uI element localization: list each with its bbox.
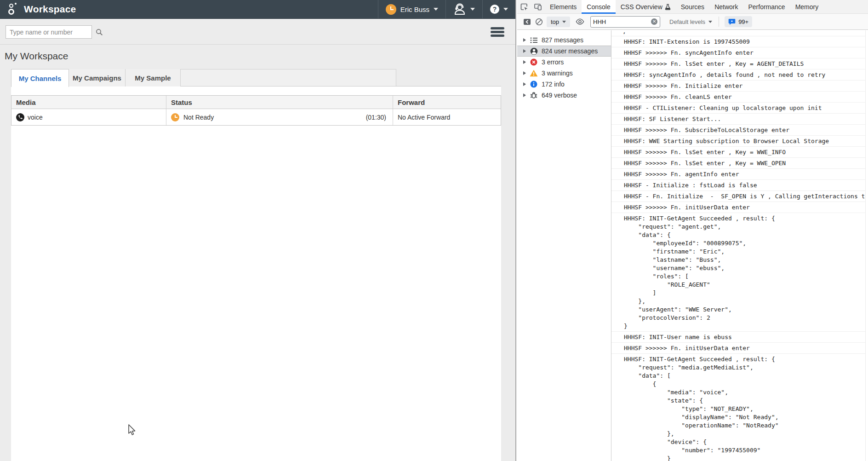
bug-icon [530, 91, 538, 99]
console-line: "employeeId": "000899075", [624, 239, 868, 248]
expand-triangle-icon[interactable] [523, 93, 526, 97]
error-icon [530, 58, 538, 66]
console-line: { [624, 380, 868, 388]
console-line: HHHSF >>>>>> Fn. SubscribeToLocalStorage… [624, 126, 868, 134]
console-body: 827 messages824 user messages3 errors3 w… [517, 30, 868, 461]
mouse-cursor [126, 423, 137, 437]
javascript-context-selector[interactable]: top [547, 17, 570, 27]
console-filter-input[interactable] [593, 18, 651, 25]
sidebar-item-649-verbose[interactable]: 649 verbose [517, 90, 611, 101]
console-message: , [611, 30, 868, 36]
clear-console-icon[interactable] [533, 16, 545, 28]
hamburger-menu-icon[interactable] [491, 25, 504, 39]
console-log[interactable]: ,HHHSF: INIT-Extension is 1997455009HHHS… [611, 30, 868, 461]
console-line: "data": { [624, 231, 868, 239]
app-header: Workspace Eric Buss ? [0, 0, 515, 19]
console-line: "username": "ebuss", [624, 264, 868, 272]
tab-label: My Channels [19, 75, 62, 82]
issues-counter-button[interactable]: 99+ [725, 16, 752, 27]
sidebar-item-172-info[interactable]: 172 info [517, 79, 611, 90]
console-scrollbar[interactable] [865, 30, 868, 461]
sidebar-item-827-messages[interactable]: 827 messages [517, 35, 611, 46]
console-line: HHHSF >>>>>> Fn. syncAgentInfo enter [624, 49, 868, 57]
device-toolbar-icon[interactable] [531, 0, 545, 14]
devtools-tab-css-overview[interactable]: CSS Overview [616, 0, 676, 14]
chevron-down-icon [434, 8, 438, 11]
workspace-app-window: Workspace Eric Buss ? [0, 0, 516, 461]
console-line: }, [624, 297, 868, 305]
devtools-tab-sources[interactable]: Sources [676, 0, 709, 14]
devtools-tab-performance[interactable]: Performance [743, 0, 790, 14]
chevron-down-icon [470, 8, 475, 11]
console-line: "request": "agent.get", [624, 223, 868, 231]
devtools-tab-memory[interactable]: Memory [790, 0, 824, 14]
tab-label: Network [714, 3, 738, 11]
log-levels-dropdown[interactable]: Default levels [669, 18, 712, 25]
console-line: HHHSF >>>>>> Fn. cleanLS enter [624, 93, 868, 101]
column-header-forward[interactable]: Forward [393, 96, 501, 109]
console-line: "ROLE_AGENT" [624, 281, 868, 289]
sidebar-item-3-errors[interactable]: 3 errors [517, 57, 611, 68]
help-menu[interactable]: ? [483, 0, 515, 18]
tab-label: Performance [748, 3, 785, 11]
expand-triangle-icon[interactable] [523, 60, 526, 64]
clear-filter-icon[interactable]: ✕ [651, 18, 657, 25]
agent-status-menu[interactable]: Eric Buss [378, 0, 445, 18]
sidebar-item-label: 824 user messages [542, 47, 598, 55]
console-message: HHHSF >>>>>> Fn. SubscribeToLocalStorage… [611, 125, 868, 136]
expand-triangle-icon[interactable] [523, 82, 526, 86]
tab-label: CSS Overview [621, 3, 662, 11]
console-sidebar-toggle-icon[interactable] [521, 16, 533, 28]
console-line: "displayName": "Not Ready", [624, 413, 868, 421]
user-icon [530, 47, 538, 55]
tab-my-channels[interactable]: My Channels [11, 69, 69, 87]
console-line: "request": "media.getMediaList", [624, 363, 868, 372]
search-box[interactable] [6, 25, 92, 39]
console-line: HHHSF >>>>>> Fn. initUserData enter [624, 203, 868, 212]
console-line: "lastname": "Buss", [624, 256, 868, 264]
console-line: HHHSF: INIT-User name is ebuss [624, 333, 868, 341]
console-line: "device": { [624, 438, 868, 446]
screen: { "workspace_app": { "header": { "title"… [0, 0, 868, 461]
not-ready-clock-icon [171, 113, 179, 121]
console-line: "media": "voice", [624, 388, 868, 397]
search-input[interactable] [6, 29, 96, 36]
channels-menu[interactable] [446, 0, 482, 18]
console-message: HHHSF >>>>>> Fn. lsSet enter , Key = WWE… [611, 147, 868, 158]
inspect-element-icon[interactable] [517, 0, 531, 14]
header-controls: Eric Buss ? [378, 0, 515, 18]
console-filter-box[interactable]: ✕ [590, 16, 660, 28]
devtools-tab-console[interactable]: Console [582, 0, 615, 14]
tab-label: Memory [795, 3, 819, 11]
console-message: HHHSF: syncAgentInfo , details found , n… [611, 69, 868, 81]
sidebar-item-3-warnings[interactable]: 3 warnings [517, 68, 611, 79]
warning-icon [530, 69, 538, 77]
console-line: HHHSF: INIT-Extension is 1997455009 [624, 38, 868, 46]
console-line: HHHSF >>>>>> Fn. agentInfo enter [624, 170, 868, 179]
tab-label: My Sample [135, 74, 171, 82]
tab-my-sample[interactable]: My Sample [126, 69, 181, 86]
tab-label: Console [587, 3, 610, 11]
console-message: HHHSF: SF Listener Start... [611, 114, 868, 125]
sidebar-item-824-user-messages[interactable]: 824 user messages [517, 46, 611, 57]
expand-triangle-icon[interactable] [523, 38, 526, 42]
devtools-tab-elements[interactable]: Elements [545, 0, 582, 14]
table-row[interactable]: voice Not Ready (01:30) No Active Forwar… [11, 109, 501, 125]
console-line: HHHSF >>>>>> Fn. lsSet enter , Key = WWE… [624, 159, 868, 167]
workspace-logo-icon [7, 3, 18, 16]
column-header-status[interactable]: Status [166, 96, 393, 109]
column-header-media[interactable]: Media [11, 96, 166, 109]
devtools-tabs: ElementsConsoleCSS OverviewSourcesNetwor… [545, 0, 823, 14]
console-line: } [624, 455, 868, 461]
console-line: } [624, 322, 868, 330]
app-title: Workspace [24, 4, 76, 15]
expand-triangle-icon[interactable] [523, 49, 526, 53]
chevron-down-icon [562, 21, 566, 23]
live-expression-eye-icon[interactable] [574, 16, 586, 28]
expand-triangle-icon[interactable] [523, 71, 526, 75]
devtools-tab-network[interactable]: Network [709, 0, 743, 14]
console-line: HHHSF - CTIListener: Cleaning up localst… [624, 104, 868, 112]
console-line: "firstname": "Eric", [624, 248, 868, 256]
tab-my-campaigns[interactable]: My Campaigns [69, 69, 126, 86]
status-timer: (01:30) [366, 114, 393, 121]
